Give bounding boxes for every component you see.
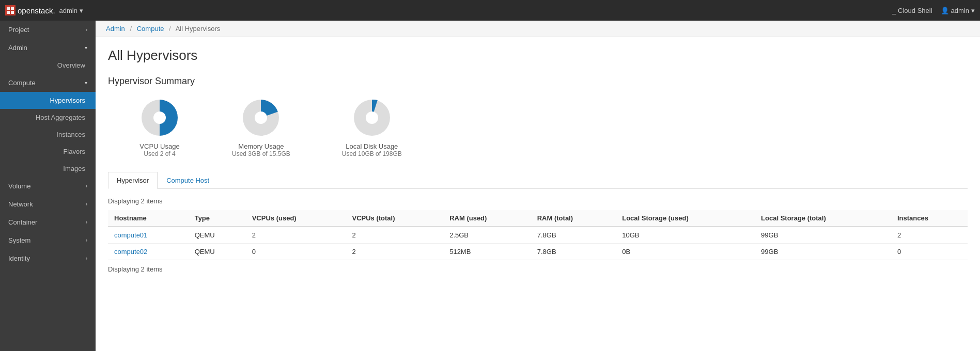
tab-hypervisor[interactable]: Hypervisor bbox=[108, 172, 158, 189]
user-icon: 👤 bbox=[941, 7, 949, 14]
svg-rect-0 bbox=[7, 7, 10, 10]
col-ram-total: RAM (total) bbox=[531, 210, 616, 227]
user-chevron-icon: ▾ bbox=[971, 7, 975, 14]
cell-type: QEMU bbox=[189, 227, 246, 244]
disk-label: Local Disk Usage bbox=[346, 142, 398, 150]
user-menu[interactable]: 👤 admin ▾ bbox=[941, 7, 975, 14]
sidebar-item-project[interactable]: Project › bbox=[0, 21, 96, 39]
breadcrumb-admin[interactable]: Admin bbox=[106, 25, 125, 33]
cell-ram-used: 512MB bbox=[443, 244, 531, 260]
tab-hypervisor-label: Hypervisor bbox=[117, 177, 149, 184]
openstack-logo[interactable]: openstack. bbox=[5, 5, 55, 15]
sidebar-item-host-aggregates[interactable]: Host Aggregates bbox=[0, 109, 96, 126]
svg-point-7 bbox=[255, 111, 267, 124]
sidebar-item-overview[interactable]: Overview bbox=[0, 57, 96, 74]
breadcrumb-current: All Hypervisors bbox=[176, 25, 221, 33]
sidebar-admin-label: Admin bbox=[8, 44, 27, 52]
sidebar-volume-chevron: › bbox=[86, 183, 87, 189]
brand-name: openstack. bbox=[18, 6, 55, 15]
svg-rect-2 bbox=[7, 11, 10, 14]
tab-compute-host[interactable]: Compute Host bbox=[158, 172, 218, 189]
hypervisors-table: Hostname Type VCPUs (used) VCPUs (total)… bbox=[108, 210, 968, 260]
breadcrumb-sep-2: / bbox=[169, 25, 171, 33]
sidebar-container-chevron: › bbox=[86, 219, 87, 225]
sidebar-item-container[interactable]: Container › bbox=[0, 213, 96, 231]
cell-storage-used: 10GB bbox=[616, 227, 755, 244]
svg-point-9 bbox=[366, 111, 378, 124]
hostname-link[interactable]: compute01 bbox=[114, 231, 147, 239]
sidebar-compute-chevron: ▾ bbox=[85, 80, 87, 86]
sidebar-item-instances[interactable]: Instances bbox=[0, 126, 96, 143]
cell-hostname: compute02 bbox=[108, 244, 189, 260]
hostname-link[interactable]: compute02 bbox=[114, 248, 147, 256]
charts-row: VCPU Usage Used 2 of 4 Memory Usage bbox=[108, 97, 968, 157]
logo-box bbox=[5, 5, 15, 15]
sidebar-item-compute[interactable]: Compute ▾ bbox=[0, 74, 96, 92]
cell-storage-used: 0B bbox=[616, 244, 755, 260]
cell-ram-used: 2.5GB bbox=[443, 227, 531, 244]
tab-compute-host-label: Compute Host bbox=[166, 177, 209, 184]
svg-rect-1 bbox=[11, 7, 14, 10]
cell-type: QEMU bbox=[189, 244, 246, 260]
displaying-info-top: Displaying 2 items bbox=[108, 197, 968, 205]
table-row: compute02 QEMU 0 2 512MB 7.8GB 0B 99GB 0 bbox=[108, 244, 968, 260]
svg-point-5 bbox=[153, 111, 166, 124]
breadcrumb: Admin / Compute / All Hypervisors bbox=[96, 21, 980, 37]
col-storage-used: Local Storage (used) bbox=[616, 210, 755, 227]
summary-title: Hypervisor Summary bbox=[108, 76, 968, 87]
table-body: compute01 QEMU 2 2 2.5GB 7.8GB 10GB 99GB… bbox=[108, 227, 968, 260]
sidebar-identity-label: Identity bbox=[8, 254, 30, 262]
cell-storage-total: 99GB bbox=[755, 227, 891, 244]
col-instances: Instances bbox=[891, 210, 968, 227]
vcpu-label: VCPU Usage bbox=[139, 142, 179, 150]
sidebar-network-chevron: › bbox=[86, 201, 87, 207]
sidebar-overview-label: Overview bbox=[57, 61, 85, 69]
memory-sublabel: Used 3GB of 15.5GB bbox=[232, 150, 290, 157]
sidebar: Project › Admin ▾ Overview Compute ▾ Hyp… bbox=[0, 21, 96, 351]
sidebar-container-label: Container bbox=[8, 218, 37, 226]
sidebar-hypervisors-label: Hypervisors bbox=[50, 97, 85, 104]
table-header: Hostname Type VCPUs (used) VCPUs (total)… bbox=[108, 210, 968, 227]
cell-hostname: compute01 bbox=[108, 227, 189, 244]
vcpu-chart: VCPU Usage Used 2 of 4 bbox=[139, 97, 180, 157]
admin-menu-label: admin bbox=[59, 7, 77, 14]
sidebar-images-label: Images bbox=[63, 165, 85, 172]
sidebar-identity-chevron: › bbox=[86, 256, 87, 261]
cloud-shell-button[interactable]: _ Cloud Shell bbox=[892, 7, 932, 14]
navbar-right: _ Cloud Shell 👤 admin ▾ bbox=[892, 7, 975, 14]
main-layout: Project › Admin ▾ Overview Compute ▾ Hyp… bbox=[0, 21, 980, 351]
sidebar-item-hypervisors[interactable]: Hypervisors bbox=[0, 92, 96, 109]
cell-storage-total: 99GB bbox=[755, 244, 891, 260]
cell-vcpus-total: 2 bbox=[346, 227, 443, 244]
sidebar-item-flavors[interactable]: Flavors bbox=[0, 143, 96, 160]
cell-instances: 0 bbox=[891, 244, 968, 260]
vcpu-pie-chart bbox=[139, 97, 180, 138]
sidebar-compute-label: Compute bbox=[8, 79, 36, 87]
sidebar-system-chevron: › bbox=[86, 237, 87, 243]
summary-section: Hypervisor Summary VCPU U bbox=[108, 76, 968, 157]
sidebar-instances-label: Instances bbox=[56, 131, 85, 138]
disk-chart: Local Disk Usage Used 10GB of 198GB bbox=[342, 97, 402, 157]
sidebar-host-aggregates-label: Host Aggregates bbox=[36, 114, 85, 121]
openstack-icon bbox=[6, 6, 14, 14]
cell-vcpus-used: 2 bbox=[246, 227, 346, 244]
disk-sublabel: Used 10GB of 198GB bbox=[342, 150, 402, 157]
col-ram-used: RAM (used) bbox=[443, 210, 531, 227]
tabs-bar: Hypervisor Compute Host bbox=[108, 172, 968, 189]
content-area: Admin / Compute / All Hypervisors All Hy… bbox=[96, 21, 980, 351]
navbar-left: openstack. admin ▾ bbox=[5, 5, 83, 15]
sidebar-item-network[interactable]: Network › bbox=[0, 195, 96, 213]
admin-menu[interactable]: admin ▾ bbox=[59, 7, 83, 14]
breadcrumb-compute[interactable]: Compute bbox=[137, 25, 164, 33]
sidebar-item-volume[interactable]: Volume › bbox=[0, 177, 96, 195]
breadcrumb-sep-1: / bbox=[130, 25, 132, 33]
disk-pie-chart bbox=[351, 97, 393, 138]
col-type: Type bbox=[189, 210, 246, 227]
vcpu-sublabel: Used 2 of 4 bbox=[144, 150, 175, 157]
sidebar-item-images[interactable]: Images bbox=[0, 160, 96, 177]
sidebar-item-system[interactable]: System › bbox=[0, 231, 96, 249]
sidebar-item-admin[interactable]: Admin ▾ bbox=[0, 39, 96, 57]
page-title: All Hypervisors bbox=[108, 47, 968, 63]
sidebar-item-identity[interactable]: Identity › bbox=[0, 249, 96, 267]
col-storage-total: Local Storage (total) bbox=[755, 210, 891, 227]
